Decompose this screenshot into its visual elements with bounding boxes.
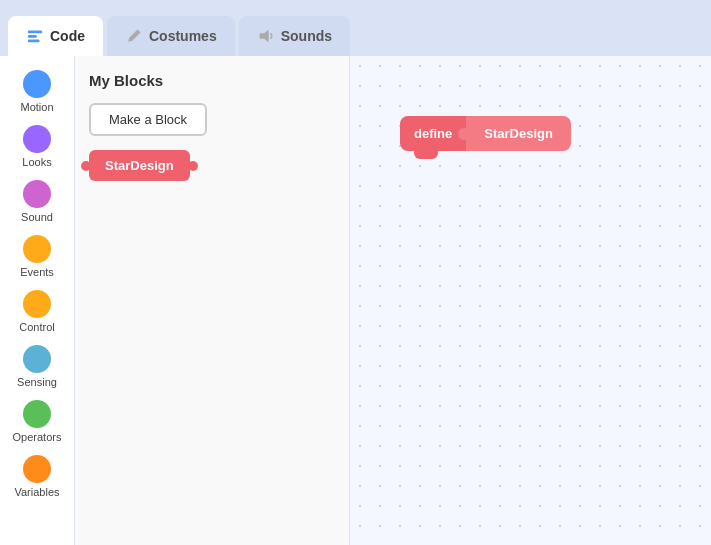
blocks-panel: My Blocks Make a Block StarDesign — [75, 56, 350, 545]
sidebar-item-sound[interactable]: Sound — [3, 176, 71, 227]
sidebar-item-looks[interactable]: Looks — [3, 121, 71, 172]
svg-rect-2 — [28, 40, 40, 43]
sidebar-item-motion[interactable]: Motion — [3, 66, 71, 117]
speaker-icon — [257, 27, 275, 45]
events-dot — [23, 235, 51, 263]
main-layout: Motion Looks Sound Events Control Sensin… — [0, 56, 711, 545]
sidebar-label-motion: Motion — [20, 101, 53, 113]
code-icon — [26, 27, 44, 45]
sidebar-item-operators[interactable]: Operators — [3, 396, 71, 447]
tab-sounds[interactable]: Sounds — [239, 16, 350, 56]
tab-bar: Code Costumes Sounds — [0, 0, 711, 56]
sidebar-item-control[interactable]: Control — [3, 286, 71, 337]
control-dot — [23, 290, 51, 318]
tab-code[interactable]: Code — [8, 16, 103, 56]
sidebar-label-sensing: Sensing — [17, 376, 57, 388]
sidebar-label-looks: Looks — [22, 156, 51, 168]
svg-rect-0 — [28, 31, 42, 34]
custom-block-label: StarDesign — [105, 158, 174, 173]
variables-dot — [23, 455, 51, 483]
sensing-dot — [23, 345, 51, 373]
sound-dot — [23, 180, 51, 208]
svg-marker-3 — [259, 30, 268, 43]
workspace[interactable]: define StarDesign — [350, 56, 711, 545]
make-block-button[interactable]: Make a Block — [89, 103, 207, 136]
panel-title: My Blocks — [89, 72, 335, 89]
custom-block-stardesign[interactable]: StarDesign — [89, 150, 190, 181]
sidebar-label-control: Control — [19, 321, 54, 333]
sidebar: Motion Looks Sound Events Control Sensin… — [0, 56, 75, 545]
sidebar-item-variables[interactable]: Variables — [3, 451, 71, 502]
sidebar-item-sensing[interactable]: Sensing — [3, 341, 71, 392]
define-block-name: StarDesign — [466, 116, 571, 151]
tab-costumes-label: Costumes — [149, 28, 217, 44]
define-label: define — [400, 116, 466, 151]
looks-dot — [23, 125, 51, 153]
sidebar-label-events: Events — [20, 266, 54, 278]
svg-rect-1 — [28, 35, 37, 38]
define-block[interactable]: define StarDesign — [400, 116, 571, 151]
brush-icon — [125, 27, 143, 45]
sidebar-label-operators: Operators — [13, 431, 62, 443]
sidebar-label-variables: Variables — [14, 486, 59, 498]
tab-sounds-label: Sounds — [281, 28, 332, 44]
operators-dot — [23, 400, 51, 428]
tab-costumes[interactable]: Costumes — [107, 16, 235, 56]
motion-dot — [23, 70, 51, 98]
sidebar-label-sound: Sound — [21, 211, 53, 223]
sidebar-item-events[interactable]: Events — [3, 231, 71, 282]
tab-code-label: Code — [50, 28, 85, 44]
